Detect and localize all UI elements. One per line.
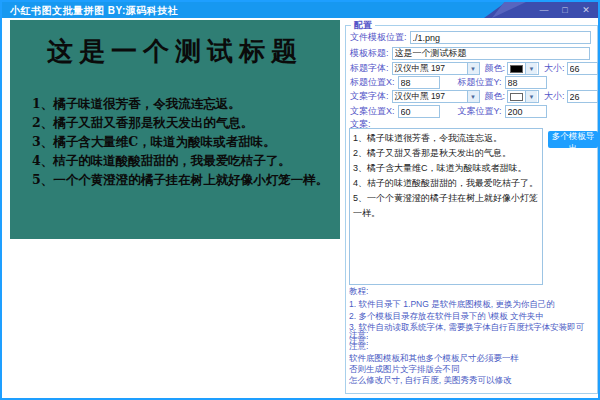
maximize-button[interactable]: □: [559, 3, 571, 17]
body-font-label: 文案字体:: [350, 90, 389, 103]
export-templates-button[interactable]: 多个模板导出: [548, 131, 598, 148]
tutorial-step: 1. 软件目录下 1.PNG 是软件底图模板, 更换为你自己的: [349, 299, 555, 311]
title-size-label: 大小:: [544, 62, 565, 75]
body-size-input[interactable]: [567, 90, 598, 103]
preview-title: 这是一个测试标题: [10, 34, 340, 69]
preview-line: 3、橘子含大量维C，味道为酸味或者甜味。: [32, 132, 340, 151]
title-bar[interactable]: 小红书图文批量拼图 BY:源码科技社 — □ ✕: [2, 2, 598, 18]
notice-stack: 注意: 注意: 注意:: [349, 331, 368, 349]
title-color-swatch: [510, 65, 523, 73]
body-font-value: 汉仪中黑 197: [393, 91, 467, 103]
tutorial-note: 怎么修改尺寸, 自行百度, 美图秀秀可以修改: [349, 375, 511, 387]
body-x-label: 文案位置X:: [350, 105, 395, 118]
preview-line: 4、桔子的味道酸酸甜甜的，我最爱吃桔子了。: [32, 151, 340, 170]
minimize-button[interactable]: —: [538, 3, 550, 17]
preview-line: 2、橘子又甜又香那是秋天发出的气息。: [32, 113, 340, 132]
chevron-down-icon: ▼: [525, 63, 537, 74]
title-font-value: 汉仪中黑 197: [393, 63, 467, 75]
body-x-input[interactable]: [398, 105, 440, 118]
title-font-select[interactable]: 汉仪中黑 197 ▼: [392, 62, 480, 75]
title-y-label: 标题位置Y:: [458, 76, 502, 89]
body-color-label: 颜色:: [485, 90, 506, 103]
app-window: 小红书图文批量拼图 BY:源码科技社 — □ ✕ 这是一个测试标题 1、橘子味道…: [0, 0, 600, 400]
template-title-label: 模板标题:: [350, 47, 389, 60]
tutorial-heading: 教程:: [349, 286, 368, 298]
title-x-label: 标题位置X:: [350, 76, 395, 89]
chevron-down-icon: ▼: [467, 63, 479, 74]
body-size-label: 大小:: [544, 90, 565, 103]
body-color-swatch: [510, 93, 523, 101]
close-button[interactable]: ✕: [580, 3, 592, 17]
body-color-select[interactable]: ▼: [507, 90, 539, 103]
title-color-select[interactable]: ▼: [507, 62, 539, 75]
chevron-down-icon: ▼: [525, 91, 537, 102]
title-x-input[interactable]: [398, 76, 440, 89]
app-title: 小红书图文批量拼图 BY:源码科技社: [10, 4, 178, 18]
template-path-label: 文件模板位置:: [350, 31, 407, 44]
preview-canvas: 这是一个测试标题 1、橘子味道很芳香，令我流连忘返。 2、橘子又甜又香那是秋天发…: [10, 20, 340, 239]
template-path-input[interactable]: [410, 31, 591, 44]
notice-label: 注意:: [349, 343, 368, 349]
title-font-label: 标题字体:: [350, 62, 389, 75]
window-controls: — □ ✕: [538, 3, 592, 17]
preview-line: 5、一个个黄澄澄的橘子挂在树上就好像小灯笼一样。: [32, 170, 340, 189]
title-color-label: 颜色:: [485, 62, 506, 75]
body-y-label: 文案位置Y:: [458, 105, 502, 118]
tutorial-step: 3. 软件自动读取系统字体, 需要换字体自行百度找字体安装即可: [349, 322, 584, 334]
title-y-input[interactable]: [505, 76, 547, 89]
chevron-down-icon: ▼: [467, 91, 479, 102]
body-font-select[interactable]: 汉仪中黑 197 ▼: [392, 90, 480, 103]
copy-textarea[interactable]: 1、橘子味道很芳香，令我流连忘返。 2、橘子又甜又香那是秋天发出的气息。 3、橘…: [349, 128, 543, 285]
preview-body: 1、橘子味道很芳香，令我流连忘返。 2、橘子又甜又香那是秋天发出的气息。 3、橘…: [32, 94, 340, 189]
preview-line: 1、橘子味道很芳香，令我流连忘返。: [32, 94, 340, 113]
title-size-input[interactable]: [567, 62, 598, 75]
template-title-input[interactable]: [392, 47, 590, 60]
body-y-input[interactable]: [505, 105, 547, 118]
